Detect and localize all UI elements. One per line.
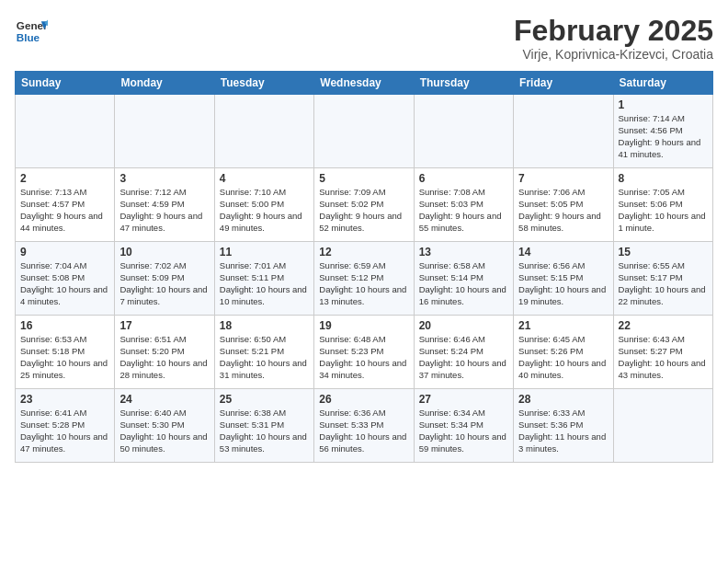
- calendar-week-row: 1Sunrise: 7:14 AM Sunset: 4:56 PM Daylig…: [16, 95, 713, 168]
- day-info: Sunrise: 7:14 AM Sunset: 4:56 PM Dayligh…: [619, 113, 708, 160]
- day-info: Sunrise: 6:55 AM Sunset: 5:17 PM Dayligh…: [619, 260, 708, 307]
- day-number: 1: [619, 98, 708, 111]
- table-row: 17Sunrise: 6:51 AM Sunset: 5:20 PM Dayli…: [115, 316, 214, 389]
- table-row: 23Sunrise: 6:41 AM Sunset: 5:28 PM Dayli…: [16, 389, 115, 463]
- calendar-week-row: 9Sunrise: 7:04 AM Sunset: 5:08 PM Daylig…: [16, 242, 713, 316]
- table-row: 12Sunrise: 6:59 AM Sunset: 5:12 PM Dayli…: [314, 242, 414, 316]
- day-number: 19: [319, 319, 408, 332]
- calendar-table: Sunday Monday Tuesday Wednesday Thursday…: [15, 71, 713, 463]
- day-info: Sunrise: 7:12 AM Sunset: 4:59 PM Dayligh…: [119, 187, 209, 234]
- day-number: 3: [119, 172, 209, 185]
- day-number: 7: [518, 172, 608, 185]
- table-row: 26Sunrise: 6:36 AM Sunset: 5:33 PM Dayli…: [314, 389, 414, 463]
- day-number: 16: [20, 319, 109, 332]
- table-row: 22Sunrise: 6:43 AM Sunset: 5:27 PM Dayli…: [613, 316, 712, 389]
- day-number: 2: [20, 172, 109, 185]
- day-info: Sunrise: 7:05 AM Sunset: 5:06 PM Dayligh…: [619, 187, 708, 234]
- table-row: 1Sunrise: 7:14 AM Sunset: 4:56 PM Daylig…: [613, 95, 712, 168]
- day-info: Sunrise: 6:50 AM Sunset: 5:21 PM Dayligh…: [220, 334, 309, 381]
- table-row: [514, 95, 613, 168]
- table-row: 11Sunrise: 7:01 AM Sunset: 5:11 PM Dayli…: [214, 242, 313, 316]
- day-number: 4: [220, 172, 309, 185]
- day-info: Sunrise: 6:43 AM Sunset: 5:27 PM Dayligh…: [619, 334, 708, 381]
- table-row: 6Sunrise: 7:08 AM Sunset: 5:03 PM Daylig…: [414, 168, 513, 242]
- day-info: Sunrise: 6:34 AM Sunset: 5:34 PM Dayligh…: [419, 408, 508, 454]
- table-row: 27Sunrise: 6:34 AM Sunset: 5:34 PM Dayli…: [414, 389, 513, 463]
- day-info: Sunrise: 6:45 AM Sunset: 5:26 PM Dayligh…: [518, 334, 608, 381]
- table-row: 5Sunrise: 7:09 AM Sunset: 5:02 PM Daylig…: [314, 168, 414, 242]
- title-block: February 2025 Virje, Koprivnica-Krizevci…: [514, 15, 713, 62]
- table-row: 4Sunrise: 7:10 AM Sunset: 5:00 PM Daylig…: [214, 168, 313, 242]
- table-row: 21Sunrise: 6:45 AM Sunset: 5:26 PM Dayli…: [514, 316, 613, 389]
- table-row: 9Sunrise: 7:04 AM Sunset: 5:08 PM Daylig…: [16, 242, 115, 316]
- day-info: Sunrise: 6:58 AM Sunset: 5:14 PM Dayligh…: [419, 260, 508, 307]
- svg-text:Blue: Blue: [17, 31, 40, 43]
- table-row: 10Sunrise: 7:02 AM Sunset: 5:09 PM Dayli…: [115, 242, 214, 316]
- table-row: [16, 95, 115, 168]
- day-info: Sunrise: 7:13 AM Sunset: 4:57 PM Dayligh…: [20, 187, 109, 234]
- table-row: 8Sunrise: 7:05 AM Sunset: 5:06 PM Daylig…: [613, 168, 712, 242]
- day-info: Sunrise: 7:08 AM Sunset: 5:03 PM Dayligh…: [419, 187, 508, 234]
- day-number: 27: [419, 393, 508, 406]
- table-row: [314, 95, 414, 168]
- table-row: 20Sunrise: 6:46 AM Sunset: 5:24 PM Dayli…: [414, 316, 513, 389]
- calendar-week-row: 23Sunrise: 6:41 AM Sunset: 5:28 PM Dayli…: [16, 389, 713, 463]
- day-number: 28: [518, 393, 608, 406]
- day-number: 8: [619, 172, 708, 185]
- table-row: [613, 389, 712, 463]
- day-number: 24: [119, 393, 209, 406]
- day-number: 23: [20, 393, 109, 406]
- col-saturday: Saturday: [613, 72, 712, 95]
- day-number: 21: [518, 319, 608, 332]
- col-thursday: Thursday: [414, 72, 513, 95]
- day-number: 13: [419, 246, 508, 259]
- day-info: Sunrise: 6:51 AM Sunset: 5:20 PM Dayligh…: [119, 334, 209, 381]
- table-row: 24Sunrise: 6:40 AM Sunset: 5:30 PM Dayli…: [115, 389, 214, 463]
- calendar-title: February 2025: [514, 15, 713, 47]
- day-info: Sunrise: 6:40 AM Sunset: 5:30 PM Dayligh…: [119, 408, 209, 454]
- day-info: Sunrise: 7:01 AM Sunset: 5:11 PM Dayligh…: [220, 260, 309, 307]
- calendar-header-row: Sunday Monday Tuesday Wednesday Thursday…: [16, 72, 713, 95]
- day-number: 6: [419, 172, 508, 185]
- day-number: 25: [220, 393, 309, 406]
- day-number: 9: [20, 246, 109, 259]
- table-row: 3Sunrise: 7:12 AM Sunset: 4:59 PM Daylig…: [115, 168, 214, 242]
- table-row: 19Sunrise: 6:48 AM Sunset: 5:23 PM Dayli…: [314, 316, 414, 389]
- logo: General Blue: [15, 15, 48, 48]
- day-number: 11: [220, 246, 309, 259]
- day-info: Sunrise: 6:59 AM Sunset: 5:12 PM Dayligh…: [319, 260, 408, 307]
- table-row: [115, 95, 214, 168]
- col-friday: Friday: [514, 72, 613, 95]
- table-row: 15Sunrise: 6:55 AM Sunset: 5:17 PM Dayli…: [613, 242, 712, 316]
- day-info: Sunrise: 6:53 AM Sunset: 5:18 PM Dayligh…: [20, 334, 109, 381]
- day-number: 20: [419, 319, 508, 332]
- day-number: 26: [319, 393, 408, 406]
- calendar-subtitle: Virje, Koprivnica-Krizevci, Croatia: [514, 47, 713, 62]
- col-monday: Monday: [115, 72, 214, 95]
- calendar-week-row: 2Sunrise: 7:13 AM Sunset: 4:57 PM Daylig…: [16, 168, 713, 242]
- table-row: 28Sunrise: 6:33 AM Sunset: 5:36 PM Dayli…: [514, 389, 613, 463]
- day-number: 5: [319, 172, 408, 185]
- day-info: Sunrise: 7:04 AM Sunset: 5:08 PM Dayligh…: [20, 260, 109, 307]
- day-info: Sunrise: 7:10 AM Sunset: 5:00 PM Dayligh…: [220, 187, 309, 234]
- table-row: 18Sunrise: 6:50 AM Sunset: 5:21 PM Dayli…: [214, 316, 313, 389]
- day-number: 14: [518, 246, 608, 259]
- table-row: [414, 95, 513, 168]
- day-number: 15: [619, 246, 708, 259]
- day-info: Sunrise: 7:02 AM Sunset: 5:09 PM Dayligh…: [119, 260, 209, 307]
- table-row: 2Sunrise: 7:13 AM Sunset: 4:57 PM Daylig…: [16, 168, 115, 242]
- logo-icon: General Blue: [15, 15, 48, 48]
- day-number: 10: [119, 246, 209, 259]
- col-sunday: Sunday: [16, 72, 115, 95]
- calendar-week-row: 16Sunrise: 6:53 AM Sunset: 5:18 PM Dayli…: [16, 316, 713, 389]
- day-info: Sunrise: 6:36 AM Sunset: 5:33 PM Dayligh…: [319, 408, 408, 454]
- day-info: Sunrise: 6:41 AM Sunset: 5:28 PM Dayligh…: [20, 408, 109, 454]
- day-info: Sunrise: 7:06 AM Sunset: 5:05 PM Dayligh…: [518, 187, 608, 234]
- col-wednesday: Wednesday: [314, 72, 414, 95]
- day-info: Sunrise: 6:38 AM Sunset: 5:31 PM Dayligh…: [220, 408, 309, 454]
- col-tuesday: Tuesday: [214, 72, 313, 95]
- table-row: 14Sunrise: 6:56 AM Sunset: 5:15 PM Dayli…: [514, 242, 613, 316]
- day-number: 17: [119, 319, 209, 332]
- day-info: Sunrise: 7:09 AM Sunset: 5:02 PM Dayligh…: [319, 187, 408, 234]
- day-info: Sunrise: 6:48 AM Sunset: 5:23 PM Dayligh…: [319, 334, 408, 381]
